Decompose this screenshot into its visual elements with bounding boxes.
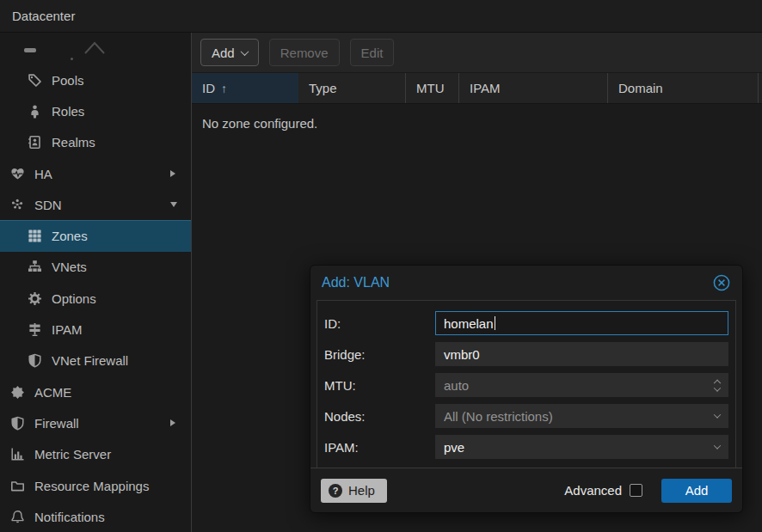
- sidebar-item-resource-mappings[interactable]: Resource Mappings: [0, 470, 191, 501]
- nodes-select[interactable]: All (No restrictions): [435, 404, 728, 428]
- bridge-input-value: vmbr0: [444, 347, 480, 362]
- nodes-field-label: Nodes:: [324, 404, 435, 428]
- sidebar-item-realms[interactable]: Realms: [0, 127, 191, 158]
- tag-icon: [27, 73, 42, 88]
- ipam-field-label: IPAM:: [324, 435, 435, 459]
- column-header-ipam[interactable]: IPAM: [459, 73, 608, 103]
- sidebar-item-label: Notifications: [34, 510, 105, 524]
- question-mark-icon: ?: [329, 484, 342, 498]
- bridge-field-label: Bridge:: [324, 342, 435, 366]
- sitemap-icon: [27, 260, 42, 274]
- column-label: ID: [202, 81, 215, 95]
- chevron-down-icon: [714, 411, 721, 418]
- ipam-select-value: pve: [444, 440, 464, 455]
- sidebar-item-label: Firewall: [34, 416, 79, 431]
- grid-header: ID ↑ Type MTU IPAM Domain: [192, 73, 762, 104]
- shield-icon: [9, 416, 25, 431]
- text-caret: [495, 316, 495, 330]
- help-button[interactable]: ? Help: [321, 479, 387, 503]
- page-title: Datacenter: [12, 9, 75, 23]
- sidebar-item-label: ACME: [34, 385, 71, 400]
- sidebar-item-notifications[interactable]: Notifications: [0, 501, 191, 532]
- column-header-type[interactable]: Type: [298, 73, 406, 103]
- sidebar-item-label: Realms: [52, 135, 95, 150]
- id-field-label: ID:: [324, 311, 435, 335]
- sidebar-item-firewall[interactable]: Firewall: [0, 407, 191, 438]
- dialog-add-button-label: Add: [685, 483, 709, 498]
- remove-button-label: Remove: [280, 46, 329, 60]
- scroll-up-icon: [83, 40, 107, 55]
- edit-button[interactable]: Edit: [350, 39, 395, 66]
- column-header-domain[interactable]: Domain: [608, 73, 759, 103]
- field-row-bridge: Bridge: vmbr0: [324, 342, 728, 366]
- sidebar-item-acme[interactable]: ACME: [0, 376, 191, 407]
- empty-grid-message: No zone configured.: [202, 116, 317, 131]
- sidebar-item-vnet-firewall[interactable]: VNet Firewall: [0, 345, 191, 376]
- dialog-header[interactable]: Add: VLAN: [310, 266, 742, 300]
- sidebar-item-sdn[interactable]: SDN: [0, 189, 191, 220]
- sidebar-item-pools[interactable]: Pools: [0, 64, 191, 95]
- sidebar: Pools Roles Realms HA SDN: [0, 33, 192, 532]
- sidebar-item-roles[interactable]: Roles: [0, 95, 191, 126]
- column-label: Type: [309, 81, 337, 95]
- close-icon: [712, 273, 731, 292]
- sidebar-scroll-indicator: [0, 33, 191, 64]
- field-row-ipam: IPAM: pve: [324, 435, 728, 459]
- sidebar-item-options[interactable]: Options: [0, 283, 191, 314]
- chevron-down-icon: [714, 384, 721, 391]
- chevron-down-icon: [240, 47, 249, 56]
- expand-expanded-icon[interactable]: [170, 202, 177, 207]
- folder-icon: [9, 479, 25, 493]
- zones-toolbar: Add Remove Edit: [192, 33, 762, 73]
- ipam-select[interactable]: pve: [435, 435, 728, 459]
- advanced-checkbox[interactable]: [630, 484, 642, 497]
- sidebar-item-label: Metric Server: [34, 447, 111, 462]
- sidebar-item-label: HA: [34, 167, 52, 181]
- sidebar-item-ipam[interactable]: IPAM: [0, 314, 191, 345]
- mtu-spinner-input[interactable]: auto: [435, 373, 728, 397]
- dialog-close-button[interactable]: [712, 273, 731, 292]
- field-row-mtu: MTU: auto: [324, 373, 728, 397]
- id-input-value: homelan: [444, 316, 494, 331]
- dropdown-chevron-icon: [715, 444, 720, 449]
- remove-button[interactable]: Remove: [269, 39, 340, 66]
- column-label: Domain: [618, 81, 663, 95]
- column-header-id[interactable]: ID ↑: [192, 73, 298, 103]
- sidebar-item-label: Roles: [52, 104, 84, 119]
- grid-icon: [27, 229, 42, 243]
- id-input[interactable]: homelan: [435, 311, 728, 335]
- sidebar-item-label: Zones: [52, 229, 88, 243]
- clipped-item-fragment: [24, 48, 36, 52]
- sidebar-item-vnets[interactable]: VNets: [0, 252, 191, 283]
- sidebar-item-ha[interactable]: HA: [0, 158, 191, 189]
- dialog-title: Add: VLAN: [322, 275, 712, 290]
- dialog-body: ID: homelan Bridge: vmbr0 MTU: auto: [316, 300, 736, 468]
- sidebar-item-metric-server[interactable]: Metric Server: [0, 439, 191, 470]
- edit-button-label: Edit: [361, 46, 384, 60]
- dialog-add-button[interactable]: Add: [661, 479, 732, 503]
- mtu-input-value: auto: [444, 378, 469, 393]
- column-label: MTU: [416, 81, 445, 95]
- bell-icon: [9, 510, 25, 524]
- bridge-input[interactable]: vmbr0: [435, 342, 728, 366]
- sidebar-item-label: Options: [52, 291, 96, 306]
- column-header-mtu[interactable]: MTU: [406, 73, 459, 103]
- certificate-icon: [9, 385, 25, 400]
- add-button-label: Add: [212, 46, 235, 60]
- sidebar-item-zones[interactable]: Zones: [0, 220, 191, 251]
- shield-icon: [27, 353, 42, 368]
- nodes-select-value: All (No restrictions): [444, 409, 553, 424]
- map-signs-icon: [27, 322, 42, 337]
- add-button[interactable]: Add: [200, 39, 259, 66]
- sidebar-item-label: VNets: [52, 260, 87, 274]
- gear-icon: [27, 291, 42, 306]
- field-row-nodes: Nodes: All (No restrictions): [324, 404, 728, 428]
- expand-collapsed-icon[interactable]: [170, 419, 175, 426]
- bar-chart-icon: [9, 447, 25, 462]
- spinner-up-down-icon[interactable]: [715, 378, 720, 392]
- sidebar-item-label: Pools: [52, 73, 84, 88]
- help-button-label: Help: [348, 483, 375, 498]
- dialog-footer: ? Help Advanced Add: [310, 468, 742, 512]
- expand-collapsed-icon[interactable]: [170, 170, 175, 177]
- heartbeat-icon: [9, 167, 25, 181]
